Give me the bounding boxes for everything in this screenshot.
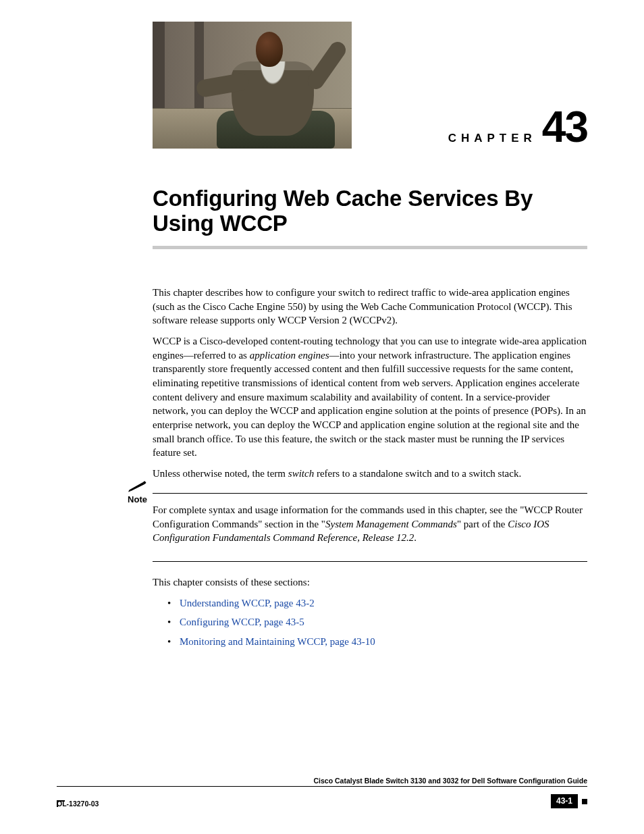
note-t2: " part of the: [457, 519, 508, 529]
chapter-number: 43: [542, 105, 587, 149]
footer-guide-title: Cisco Catalyst Blade Switch 3130 and 303…: [57, 776, 587, 785]
note-label: Note: [109, 494, 147, 506]
title-rule: [153, 246, 587, 249]
pen-icon: [128, 480, 147, 492]
page-corner-tick: [582, 799, 587, 804]
p2-part-b: —into your network infrastructure. The a…: [153, 350, 586, 459]
chapter-hero-image: [153, 22, 352, 149]
note-block: Note For complete syntax and usage infor…: [153, 493, 587, 562]
intro-paragraph-1: This chapter describes how to configure …: [153, 286, 587, 328]
intro-paragraph-3: Unless otherwise noted, the term switch …: [153, 467, 587, 481]
toc-link-understanding[interactable]: Understanding WCCP, page 43-2: [167, 596, 587, 610]
chapter-title: Configuring Web Cache Services By Using …: [153, 186, 587, 236]
note-em1: System Management Commands: [325, 519, 457, 529]
footer-corner-tick-left: [57, 800, 65, 802]
toc-link-configuring[interactable]: Configuring WCCP, page 43-5: [167, 615, 587, 629]
p3-emphasis: switch: [288, 468, 314, 479]
toc-link-monitoring[interactable]: Monitoring and Maintaining WCCP, page 43…: [167, 635, 587, 649]
p3-part-b: refers to a standalone switch and to a s…: [314, 468, 521, 479]
chapter-label: CHAPTER: [448, 130, 537, 146]
note-t3: .: [414, 532, 417, 543]
toc-list: Understanding WCCP, page 43-2 Configurin…: [167, 596, 587, 649]
p2-emphasis: application engines: [250, 350, 329, 361]
p3-part-a: Unless otherwise noted, the term: [153, 468, 288, 479]
sections-lead: This chapter consists of these sections:: [153, 575, 587, 590]
page-number-badge: 43-1: [551, 794, 578, 808]
note-text: For complete syntax and usage informatio…: [153, 503, 587, 545]
page-footer: Cisco Catalyst Blade Switch 3130 and 303…: [57, 776, 587, 808]
intro-paragraph-2: WCCP is a Cisco-developed content-routin…: [153, 334, 587, 460]
footer-rule: [57, 786, 587, 787]
